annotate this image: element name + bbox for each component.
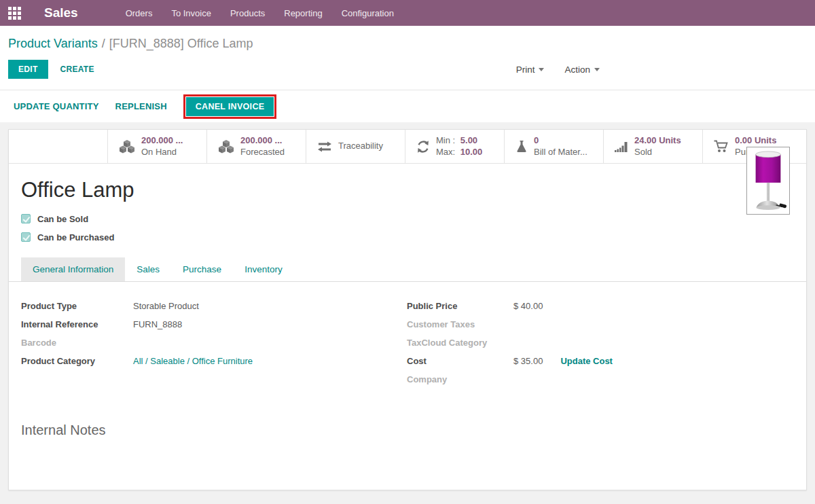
- can-be-sold-checkbox[interactable]: [21, 214, 31, 223]
- product-header: Office Lamp Can be Sold Can be Purchased: [9, 164, 806, 242]
- stat-button-reordering-rules[interactable]: Min : 5.00 Max: 10.00: [405, 130, 505, 163]
- caret-down-icon: [539, 68, 544, 71]
- stat-button-on-hand[interactable]: 200.000 ... On Hand: [108, 130, 207, 163]
- notebook-tabs: General Information Sales Purchase Inven…: [9, 257, 806, 282]
- internal-notes-section: Internal Notes: [9, 393, 806, 438]
- forecasted-value: 200.000 ...: [240, 135, 285, 147]
- cubes-icon: [119, 139, 135, 154]
- max-value: 10.00: [460, 147, 483, 157]
- field-label: Customer Taxes: [407, 319, 513, 329]
- field-value: Storable Product: [133, 301, 199, 311]
- top-navbar: Sales Orders To Invoice Products Reporti…: [0, 0, 815, 26]
- breadcrumb: Product Variants/[FURN_8888] Office Lamp: [8, 26, 807, 52]
- field-value: $ 35.00: [513, 356, 543, 366]
- field-label: Barcode: [21, 338, 133, 348]
- nav-item-products[interactable]: Products: [230, 8, 265, 18]
- product-image[interactable]: [746, 147, 790, 215]
- min-value: 5.00: [460, 135, 477, 145]
- action-dropdown-label: Action: [564, 65, 590, 75]
- create-button[interactable]: CREATE: [60, 65, 94, 74]
- field-product-category: Product Category All / Saleable / Office…: [21, 356, 407, 368]
- update-cost-link[interactable]: Update Cost: [560, 356, 613, 366]
- content-area: 200.000 ... On Hand 200.000 ... Forecast…: [0, 122, 815, 504]
- field-label: Public Price: [407, 301, 513, 311]
- field-label: Product Type: [21, 301, 133, 311]
- nav-item-reporting[interactable]: Reporting: [284, 8, 322, 18]
- nav-item-orders[interactable]: Orders: [126, 8, 153, 18]
- field-label: Company: [407, 374, 513, 384]
- field-company: Company: [407, 374, 794, 386]
- tab-sales[interactable]: Sales: [125, 257, 171, 281]
- forecasted-label: Forecasted: [240, 147, 285, 158]
- min-label: Min :: [436, 135, 455, 145]
- stat-button-forecasted[interactable]: 200.000 ... Forecasted: [207, 130, 306, 163]
- action-dropdown[interactable]: Action: [564, 65, 600, 75]
- product-title: Office Lamp: [21, 177, 790, 203]
- stat-button-bill-of-materials[interactable]: 0 Bill of Mater...: [505, 130, 604, 163]
- can-be-sold-label: Can be Sold: [37, 214, 88, 224]
- refresh-icon: [416, 140, 430, 154]
- stat-button-traceability[interactable]: Traceability: [306, 130, 405, 163]
- breadcrumb-product-variants[interactable]: Product Variants: [8, 37, 98, 50]
- replenish-button[interactable]: REPLENISH: [115, 101, 167, 111]
- edit-button[interactable]: EDIT: [8, 60, 48, 79]
- field-label: Cost: [407, 356, 513, 366]
- on-hand-label: On Hand: [141, 147, 183, 158]
- tab-general-information[interactable]: General Information: [21, 257, 125, 281]
- flask-icon: [515, 140, 528, 154]
- bar-chart-icon: [615, 141, 628, 152]
- field-product-type: Product Type Storable Product: [21, 301, 407, 313]
- can-be-purchased-label: Can be Purchased: [37, 232, 114, 242]
- apps-grid-icon[interactable]: [8, 7, 21, 20]
- product-category-link[interactable]: All / Saleable / Office Furniture: [133, 356, 253, 366]
- can-be-purchased-row: Can be Purchased: [21, 232, 790, 242]
- nav-item-configuration[interactable]: Configuration: [342, 8, 394, 18]
- field-label: TaxCloud Category: [407, 338, 513, 348]
- nav-item-to-invoice[interactable]: To Invoice: [171, 8, 211, 18]
- control-panel: Product Variants/[FURN_8888] Office Lamp…: [0, 26, 815, 90]
- purchased-value: 0.00 Units: [735, 135, 777, 147]
- traceability-label: Traceability: [338, 141, 383, 152]
- cancel-invoice-button[interactable]: CANEL INVOICE: [186, 97, 274, 116]
- caret-down-icon: [594, 68, 600, 71]
- field-value: FURN_8888: [133, 319, 182, 329]
- annotation-highlight-box: CANEL INVOICE: [183, 94, 277, 119]
- can-be-purchased-checkbox[interactable]: [21, 232, 31, 242]
- stat-button-row: 200.000 ... On Hand 200.000 ... Forecast…: [9, 130, 806, 164]
- tab-inventory[interactable]: Inventory: [233, 257, 294, 281]
- max-label: Max:: [436, 147, 455, 157]
- general-information-panel: Product Type Storable Product Internal R…: [9, 282, 806, 393]
- breadcrumb-current-record: [FURN_8888] Office Lamp: [109, 37, 253, 50]
- field-value: $ 40.00: [513, 301, 543, 311]
- exchange-icon: [317, 141, 332, 152]
- tab-purchase[interactable]: Purchase: [171, 257, 233, 281]
- app-name[interactable]: Sales: [44, 5, 78, 20]
- update-quantity-button[interactable]: UPDATE QUANTITY: [14, 101, 99, 111]
- field-cost: Cost $ 35.00 Update Cost: [407, 356, 794, 368]
- on-hand-value: 200.000 ...: [141, 135, 183, 147]
- cart-icon: [714, 140, 729, 153]
- field-taxcloud-category: TaxCloud Category: [407, 338, 794, 350]
- fields-right-column: Public Price $ 40.00 Customer Taxes TaxC…: [407, 301, 794, 393]
- breadcrumb-separator: /: [98, 37, 109, 50]
- sold-value: 24.00 Units: [634, 135, 681, 147]
- print-dropdown[interactable]: Print: [516, 65, 545, 75]
- lamp-image: [748, 148, 789, 213]
- fields-left-column: Product Type Storable Product Internal R…: [21, 301, 407, 393]
- bom-label: Bill of Mater...: [534, 147, 587, 158]
- can-be-sold-row: Can be Sold: [21, 213, 790, 224]
- field-label: Internal Reference: [21, 319, 133, 329]
- form-sheet: 200.000 ... On Hand 200.000 ... Forecast…: [8, 129, 807, 490]
- bom-count-value: 0: [534, 135, 587, 147]
- field-public-price: Public Price $ 40.00: [407, 301, 794, 313]
- cubes-icon: [218, 139, 234, 154]
- field-customer-taxes: Customer Taxes: [407, 319, 794, 331]
- nav-menu: Orders To Invoice Products Reporting Con…: [126, 8, 394, 18]
- print-dropdown-label: Print: [516, 65, 535, 75]
- field-barcode: Barcode: [21, 338, 407, 350]
- field-internal-reference: Internal Reference FURN_8888: [21, 319, 407, 331]
- sold-label: Sold: [634, 147, 681, 158]
- record-action-bar: UPDATE QUANTITY REPLENISH CANEL INVOICE: [0, 90, 815, 122]
- stat-button-sold[interactable]: 24.00 Units Sold: [604, 130, 703, 163]
- internal-notes-heading: Internal Notes: [21, 422, 794, 438]
